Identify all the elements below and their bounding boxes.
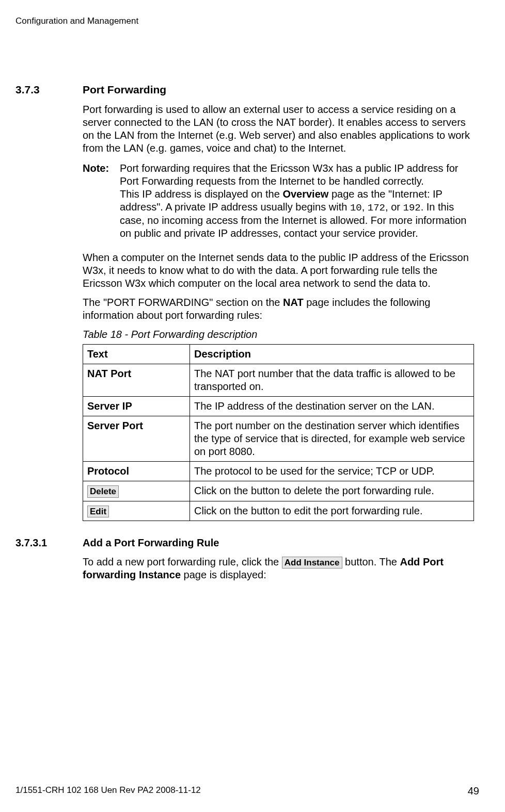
subsection-paragraph: To add a new port forwarding rule, click… bbox=[83, 556, 474, 581]
sub-body-b: button. The bbox=[342, 556, 400, 567]
section-heading-row: 3.7.3 Port Forwarding bbox=[15, 83, 479, 96]
note-comma1: , bbox=[362, 201, 368, 213]
subsection-number: 3.7.3.1 bbox=[15, 537, 83, 549]
ip-10: 10 bbox=[350, 202, 362, 214]
table-row: Edit Click on the button to edit the por… bbox=[83, 501, 474, 521]
document-page: Configuration and Management 3.7.3 Port … bbox=[0, 0, 505, 812]
subsection-title: Add a Port Forwarding Rule bbox=[83, 537, 219, 549]
add-instance-button[interactable]: Add Instance bbox=[282, 557, 342, 569]
note-body: Port forwarding requires that the Ericss… bbox=[120, 162, 474, 240]
table-row: Delete Click on the button to delete the… bbox=[83, 481, 474, 501]
paragraph-2: When a computer on the Internet sends da… bbox=[83, 251, 474, 290]
subsection-heading-row: 3.7.3.1 Add a Port Forwarding Rule bbox=[15, 537, 479, 549]
row-desc: The IP address of the destination server… bbox=[190, 397, 474, 416]
row-desc: The NAT port number that the data traffi… bbox=[190, 364, 474, 397]
note-text-2a: This IP address is displayed on the bbox=[120, 188, 282, 200]
nat-ref: NAT bbox=[283, 297, 304, 308]
note-or: , or bbox=[385, 201, 403, 213]
sub-body-a: To add a new port forwarding rule, click… bbox=[83, 556, 282, 567]
row-desc: The port number on the destination serve… bbox=[190, 416, 474, 462]
row-text: Server Port bbox=[83, 416, 190, 462]
row-text: Server IP bbox=[83, 397, 190, 416]
row-desc: Click on the button to edit the port for… bbox=[190, 501, 474, 521]
para3a: The "PORT FORWARDING" section on the bbox=[83, 297, 283, 308]
footer-page-number: 49 bbox=[468, 785, 479, 798]
section-title: Port Forwarding bbox=[83, 83, 166, 96]
note-block: Note: Port forwarding requires that the … bbox=[83, 162, 474, 240]
row-text: Delete bbox=[83, 481, 190, 501]
row-text: NAT Port bbox=[83, 364, 190, 397]
edit-button[interactable]: Edit bbox=[87, 506, 109, 517]
body-column: Port forwarding is used to allow an exte… bbox=[83, 103, 474, 521]
row-desc: The protocol to be used for the service;… bbox=[190, 462, 474, 481]
page-footer: 1/1551-CRH 102 168 Uen Rev PA2 2008-11-1… bbox=[15, 785, 479, 798]
th-desc: Description bbox=[190, 345, 474, 364]
note-label: Note: bbox=[83, 162, 120, 240]
ip-172: 172 bbox=[368, 202, 385, 214]
port-forwarding-table: Text Description NAT Port The NAT port n… bbox=[83, 344, 474, 521]
footer-docid: 1/1551-CRH 102 168 Uen Rev PA2 2008-11-1… bbox=[15, 785, 201, 798]
sub-body-c: page is displayed: bbox=[181, 569, 266, 580]
table-header-row: Text Description bbox=[83, 345, 474, 364]
overview-ref: Overview bbox=[282, 188, 328, 200]
table-row: Server IP The IP address of the destinat… bbox=[83, 397, 474, 416]
paragraph-3: The "PORT FORWARDING" section on the NAT… bbox=[83, 296, 474, 322]
running-header: Configuration and Management bbox=[15, 15, 479, 26]
table-caption: Table 18 - Port Forwarding description bbox=[83, 328, 474, 341]
row-text: Edit bbox=[83, 501, 190, 521]
section-number: 3.7.3 bbox=[15, 83, 83, 96]
ip-192: 192 bbox=[403, 202, 420, 214]
delete-button[interactable]: Delete bbox=[87, 485, 119, 497]
table-row: Server Port The port number on the desti… bbox=[83, 416, 474, 462]
row-text: Protocol bbox=[83, 462, 190, 481]
th-text: Text bbox=[83, 345, 190, 364]
intro-paragraph: Port forwarding is used to allow an exte… bbox=[83, 103, 474, 155]
table-row: NAT Port The NAT port number that the da… bbox=[83, 364, 474, 397]
table-row: Protocol The protocol to be used for the… bbox=[83, 462, 474, 481]
row-desc: Click on the button to delete the port f… bbox=[190, 481, 474, 501]
note-text-1: Port forwarding requires that the Ericss… bbox=[120, 163, 459, 187]
subsection-body: To add a new port forwarding rule, click… bbox=[83, 556, 474, 581]
